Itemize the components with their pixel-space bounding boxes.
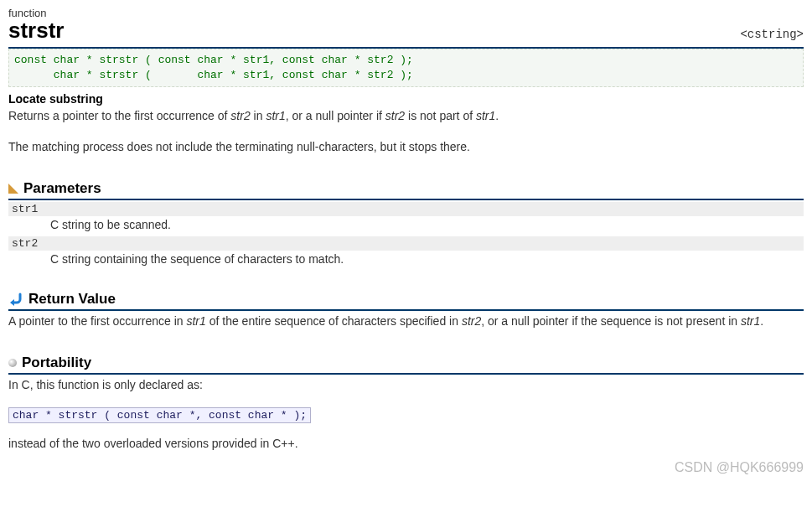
param-name: str2 (8, 236, 804, 251)
text: in (251, 109, 266, 122)
section-title: Return Value (28, 291, 116, 308)
section-return-heading: Return Value (8, 291, 804, 311)
page-title: strstr (8, 18, 64, 44)
text: , or a null pointer if (286, 109, 385, 122)
param-desc: C string to be scanned. (50, 218, 804, 231)
param-ref: str2 (385, 109, 405, 122)
text: . (495, 109, 499, 122)
section-title: Portability (22, 355, 91, 371)
description-2: The matching process does not include th… (8, 138, 804, 155)
return-arrow-icon (8, 292, 23, 306)
brief-desc: Locate substring (8, 92, 804, 106)
param-name: str1 (8, 202, 804, 216)
prototype-block: const char * strstr ( const char * str1,… (8, 49, 804, 87)
watermark: CSDN @HQK666999 (675, 460, 804, 475)
text: is not part of (405, 109, 476, 122)
text: A pointer to the first occurrence in (8, 314, 186, 328)
section-parameters-heading: Parameters (8, 180, 804, 200)
param-ref: str1 (741, 314, 760, 328)
param-ref: str1 (476, 109, 495, 122)
text: , or a null pointer if the sequence is n… (481, 314, 741, 328)
header-row: strstr <cstring> (8, 18, 804, 44)
param-ref: str1 (266, 109, 285, 122)
param-ref: str1 (186, 314, 205, 328)
param-ref: str2 (462, 314, 481, 328)
text: Returns a pointer to the first occurrenc… (8, 109, 230, 122)
return-desc: A pointer to the first occurrence in str… (8, 313, 804, 329)
portability-code: char * strstr ( const char *, const char… (8, 407, 311, 423)
portability-intro: In C, this function is only declared as: (8, 376, 804, 393)
dot-icon (8, 359, 17, 367)
triangle-icon (8, 184, 18, 194)
section-portability-heading: Portability (8, 355, 804, 375)
text: . (760, 314, 763, 328)
parameters-list: str1 C string to be scanned. str2 C stri… (8, 202, 804, 266)
header-include: <cstring> (740, 28, 804, 41)
param-desc: C string containing the sequence of char… (50, 252, 804, 266)
text: of the entire sequence of characters spe… (206, 314, 462, 328)
portability-outro: instead of the two overloaded versions p… (8, 435, 804, 452)
description-1: Returns a pointer to the first occurrenc… (8, 107, 804, 124)
section-title: Parameters (23, 180, 101, 197)
param-ref: str2 (230, 109, 250, 122)
